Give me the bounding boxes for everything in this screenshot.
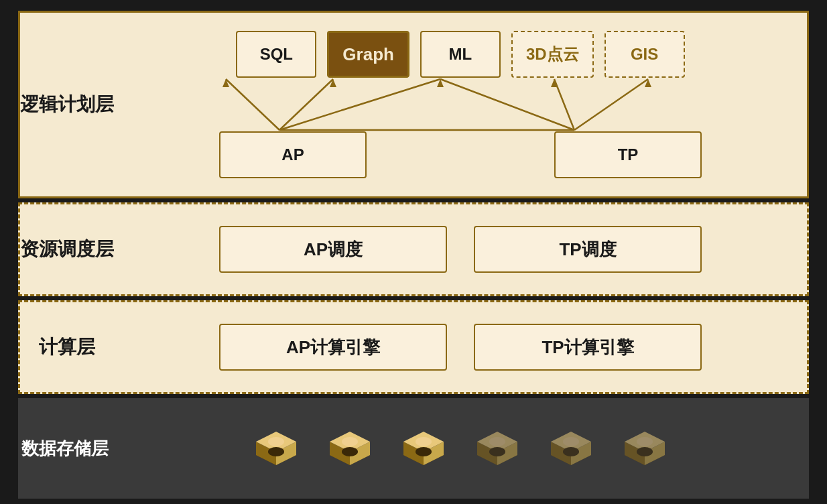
storage-layer-label: 数据存储层 bbox=[18, 437, 112, 460]
graph-box: Graph bbox=[327, 31, 409, 78]
svg-point-40 bbox=[563, 447, 579, 456]
compute-layer: 计算层 AP计算引擎 TP计算引擎 bbox=[18, 300, 809, 394]
ap-schedule-box: AP调度 bbox=[219, 226, 447, 273]
logic-layer-label: 逻辑计划层 bbox=[20, 92, 114, 117]
svg-line-0 bbox=[226, 79, 279, 130]
db-icon-3 bbox=[397, 422, 450, 475]
compute-layer-label: 计算层 bbox=[20, 334, 114, 360]
logic-layer-content: SQL Graph ML 3D点云 GIS bbox=[114, 20, 807, 189]
tp-schedule-box: TP调度 bbox=[474, 226, 702, 273]
compute-layer-content: AP计算引擎 TP计算引擎 bbox=[114, 313, 807, 381]
storage-layer: 数据存储层 bbox=[18, 398, 809, 499]
db-icon-2 bbox=[323, 422, 377, 475]
db-icon-6 bbox=[618, 422, 672, 475]
db-icon-4 bbox=[470, 422, 524, 475]
resource-layer: 资源调度层 AP调度 TP调度 bbox=[18, 202, 809, 296]
svg-point-34 bbox=[489, 447, 505, 456]
logic-layer: 逻辑计划层 SQL Graph ML 3D点云 bbox=[18, 11, 809, 198]
db-icon-5 bbox=[544, 422, 598, 475]
connection-arrows bbox=[159, 78, 762, 131]
tp-engine-box: TP计算引擎 bbox=[474, 324, 702, 371]
svg-point-35 bbox=[489, 437, 505, 446]
resource-layer-content: AP调度 TP调度 bbox=[114, 215, 807, 284]
top-boxes: SQL Graph ML 3D点云 GIS bbox=[236, 31, 684, 78]
storage-icons bbox=[249, 422, 672, 475]
sql-box: SQL bbox=[236, 31, 316, 78]
svg-point-47 bbox=[637, 437, 653, 446]
svg-point-28 bbox=[416, 447, 432, 456]
ml-box: ML bbox=[420, 31, 501, 78]
resource-layer-label: 资源调度层 bbox=[20, 237, 114, 262]
3d-box: 3D点云 bbox=[511, 31, 594, 78]
svg-point-17 bbox=[268, 437, 284, 446]
svg-point-16 bbox=[268, 447, 284, 456]
logic-inner: SQL Graph ML 3D点云 GIS bbox=[125, 31, 796, 178]
architecture-diagram: 逻辑计划层 SQL Graph ML 3D点云 bbox=[18, 11, 809, 493]
bottom-boxes: AP TP bbox=[219, 131, 702, 178]
ap-engine-box: AP计算引擎 bbox=[219, 324, 447, 371]
tp-box: TP bbox=[554, 131, 702, 178]
svg-line-5 bbox=[574, 79, 648, 130]
svg-point-46 bbox=[637, 447, 653, 456]
svg-point-23 bbox=[342, 437, 358, 446]
db-icon-1 bbox=[249, 422, 303, 475]
gis-box: GIS bbox=[605, 31, 685, 78]
svg-point-29 bbox=[416, 437, 432, 446]
storage-layer-content bbox=[112, 411, 809, 486]
ap-box: AP bbox=[219, 131, 367, 178]
svg-point-41 bbox=[563, 437, 579, 446]
svg-line-2 bbox=[279, 79, 440, 130]
resource-row: AP调度 TP调度 bbox=[125, 226, 796, 273]
svg-point-22 bbox=[342, 447, 358, 456]
compute-row: AP计算引擎 TP计算引擎 bbox=[125, 324, 796, 371]
